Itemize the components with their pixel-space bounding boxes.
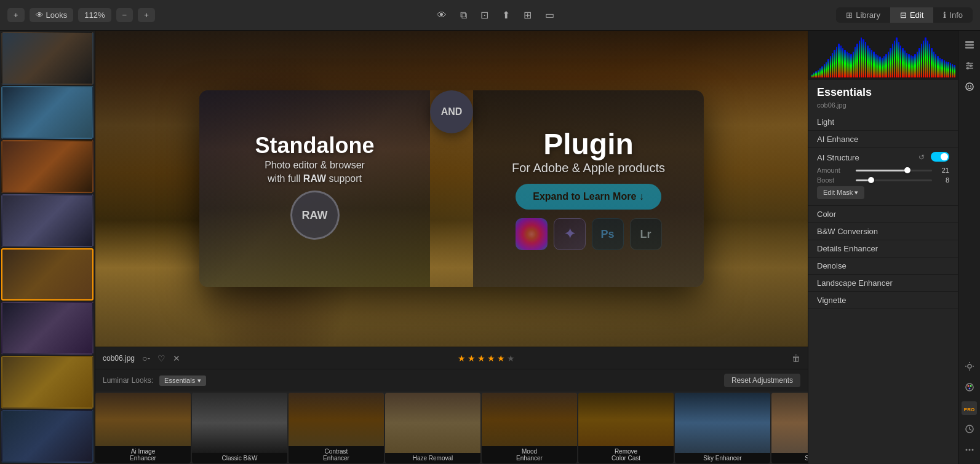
crop-button[interactable]: ⊡ bbox=[477, 7, 492, 23]
light-section: Light bbox=[808, 114, 958, 131]
sun-icon-button[interactable] bbox=[960, 357, 979, 376]
looks-button[interactable]: 👁 Looks bbox=[30, 8, 74, 22]
presets-list: Ai ImageEnhancer Classic B&W ContrastEnh… bbox=[95, 391, 808, 464]
light-section-header[interactable]: Light bbox=[817, 117, 949, 127]
amount-slider[interactable] bbox=[856, 170, 932, 171]
preset-mood-label: MoodEnhancer bbox=[482, 446, 577, 463]
zoom-out-button[interactable]: − bbox=[116, 8, 133, 22]
star-3[interactable]: ★ bbox=[477, 353, 485, 363]
thumbnail-5[interactable] bbox=[1, 248, 94, 301]
favorite-button[interactable]: ♡ bbox=[157, 353, 165, 363]
preset-mood-enhancer[interactable]: MoodEnhancer bbox=[482, 393, 577, 463]
library-icon: ⊞ bbox=[846, 10, 853, 20]
vignette-header[interactable]: Vignette bbox=[817, 296, 949, 305]
star-2[interactable]: ★ bbox=[468, 353, 476, 363]
histogram-bar bbox=[931, 48, 932, 77]
essentials-badge[interactable]: Essentials ▾ bbox=[159, 376, 206, 386]
history-icon-button[interactable] bbox=[960, 420, 979, 438]
denoise-section: Denoise bbox=[808, 258, 958, 275]
reset-adjustments-button[interactable]: Reset Adjustments bbox=[724, 374, 800, 387]
preset-remove-color-cast[interactable]: RemoveColor Cast bbox=[578, 393, 674, 463]
thumbnail-1[interactable] bbox=[1, 32, 94, 85]
bw-header[interactable]: B&W Conversion bbox=[817, 227, 949, 236]
edit-mask-button[interactable]: Edit Mask ▾ bbox=[817, 186, 864, 199]
star-4[interactable]: ★ bbox=[487, 353, 495, 363]
star-6[interactable]: ★ bbox=[507, 353, 515, 363]
add-button[interactable]: + bbox=[7, 8, 25, 22]
tab-edit[interactable]: ⊟ Edit bbox=[890, 7, 933, 23]
star-1[interactable]: ★ bbox=[458, 353, 466, 363]
standalone-subtitle: Photo editor & browserwith full RAW supp… bbox=[255, 159, 374, 186]
promo-right-bg bbox=[473, 90, 704, 287]
histogram-bar bbox=[821, 66, 823, 77]
thumbnail-8[interactable] bbox=[1, 410, 94, 463]
svg-point-8 bbox=[966, 67, 969, 69]
circle-button[interactable]: ○- bbox=[142, 353, 150, 363]
boost-thumb[interactable] bbox=[868, 177, 874, 183]
plugin-subtitle: For Adobe & Apple products bbox=[512, 161, 665, 175]
eye-icon-button[interactable]: 👁 bbox=[433, 7, 450, 23]
ai-structure-undo[interactable]: ↺ bbox=[916, 152, 927, 163]
histogram-bar bbox=[910, 55, 912, 77]
svg-point-23 bbox=[968, 449, 970, 451]
preset-ai-image-enhancer[interactable]: Ai ImageEnhancer bbox=[95, 393, 191, 463]
histogram-bar bbox=[819, 68, 821, 77]
histogram-bar bbox=[871, 50, 872, 77]
histogram-bar bbox=[862, 39, 864, 77]
tab-info[interactable]: ℹ Info bbox=[933, 7, 973, 23]
thumbnail-4[interactable] bbox=[1, 194, 94, 247]
tab-library[interactable]: ⊞ Library bbox=[836, 7, 890, 23]
and-circle: AND bbox=[430, 90, 473, 133]
canvas-area[interactable]: Standalone Photo editor & browserwith fu… bbox=[95, 31, 808, 347]
zoom-display[interactable]: 112% bbox=[78, 8, 111, 22]
details-header[interactable]: Details Enhancer bbox=[817, 244, 949, 253]
boost-slider[interactable] bbox=[856, 179, 932, 181]
star-5[interactable]: ★ bbox=[497, 353, 505, 363]
edit-icon: ⊟ bbox=[900, 10, 907, 20]
face-icon-button[interactable] bbox=[960, 77, 979, 96]
thumbnail-3[interactable] bbox=[1, 140, 94, 193]
delete-button[interactable]: 🗑 bbox=[792, 353, 800, 363]
layers-icon-button[interactable] bbox=[960, 36, 979, 54]
split-view-button[interactable]: ⧉ bbox=[456, 7, 471, 23]
preset-contrast-enhancer[interactable]: ContrastEnhancer bbox=[289, 393, 384, 463]
preset-remove-thumb bbox=[578, 393, 674, 446]
thumbnail-7[interactable] bbox=[1, 356, 94, 409]
zoom-in-button[interactable]: + bbox=[138, 8, 155, 22]
ai-structure-toggle[interactable] bbox=[931, 152, 949, 162]
reject-button[interactable]: ✕ bbox=[173, 353, 180, 363]
thumbnail-6[interactable] bbox=[1, 302, 94, 355]
svg-point-18 bbox=[967, 385, 969, 387]
info-icon: ℹ bbox=[943, 10, 946, 20]
file-info-bar: cob06.jpg ○- ♡ ✕ ★ ★ ★ ★ ★ ★ 🗑 bbox=[95, 347, 808, 369]
ai-enhance-header[interactable]: AI Enhance bbox=[817, 135, 949, 144]
histogram-bar bbox=[908, 54, 909, 77]
color-header[interactable]: Color bbox=[817, 210, 949, 219]
palette-icon-button[interactable] bbox=[960, 378, 979, 396]
filmstrip-button[interactable]: ▭ bbox=[541, 7, 558, 23]
star-rating: ★ ★ ★ ★ ★ ★ bbox=[458, 353, 515, 363]
svg-rect-1 bbox=[965, 44, 974, 46]
histogram-bar bbox=[939, 58, 941, 77]
histogram-bar bbox=[883, 56, 885, 77]
histogram-bar bbox=[933, 52, 934, 77]
svg-point-4 bbox=[967, 62, 970, 65]
grid-view-button[interactable]: ⊞ bbox=[520, 7, 535, 23]
share-button[interactable]: ⬆ bbox=[498, 7, 514, 23]
landscape-header[interactable]: Landscape Enhancer bbox=[817, 278, 949, 288]
histogram-bar bbox=[921, 44, 922, 77]
thumbnail-2[interactable] bbox=[1, 86, 94, 139]
preset-haze-removal[interactable]: Haze Removal bbox=[385, 393, 480, 463]
histogram-bar bbox=[906, 53, 907, 77]
denoise-header[interactable]: Denoise bbox=[817, 261, 949, 270]
preset-classic-bw[interactable]: Classic B&W bbox=[192, 393, 287, 463]
preset-soft-airy[interactable]: Soft & Airy bbox=[771, 393, 808, 463]
more-icon-button[interactable] bbox=[960, 441, 979, 459]
bw-section: B&W Conversion bbox=[808, 223, 958, 240]
preset-sky-enhancer[interactable]: Sky Enhancer bbox=[675, 393, 770, 463]
histogram-bar bbox=[832, 53, 833, 77]
sliders-icon-button[interactable] bbox=[960, 57, 979, 75]
histogram-bar bbox=[914, 54, 915, 77]
amount-thumb[interactable] bbox=[904, 167, 910, 173]
amount-fill bbox=[856, 170, 907, 171]
